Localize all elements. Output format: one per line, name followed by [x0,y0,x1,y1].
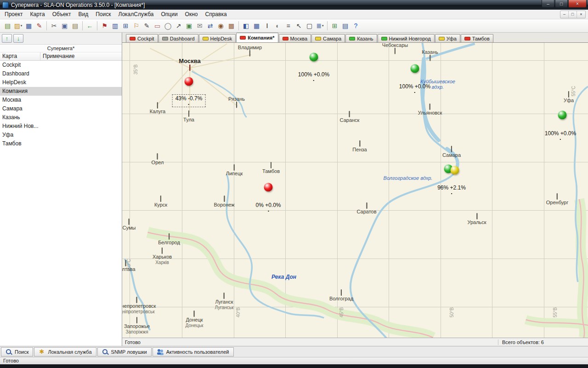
layers-button[interactable]: ≡ [283,21,294,31]
tab-Компания*[interactable]: Компания* [236,33,278,42]
bottom-tab-snmp[interactable]: SNMP ловушки [97,347,152,356]
pushpin-button[interactable]: ⚑ [99,21,110,31]
transparency-button[interactable]: ◐ [272,21,283,31]
city-Волгоград: Волгоград [329,290,353,302]
monitor-button[interactable]: ▢ [304,21,315,31]
sidebar-row-Dashboard[interactable]: Dashboard [0,69,122,78]
menubar-items: ПроектКартаОбъектВидПоискЛокалСлужбаОпци… [1,10,231,18]
menu-item-Карта[interactable]: Карта [27,10,49,18]
marker-pointer-dot [560,139,561,140]
tab-Самара[interactable]: Самара [311,34,345,42]
close-button[interactable]: × [568,0,587,8]
status-ball-green[interactable] [411,64,419,73]
panels-button[interactable]: ◧ [241,21,251,31]
menu-item-ЛокалСлужба[interactable]: ЛокалСлужба [115,10,158,18]
tab-Тамбов[interactable]: Тамбов [461,34,493,42]
grid-button[interactable]: ▦ [251,21,262,31]
status-ball-green[interactable] [310,53,318,62]
city-Владимир: Владимир [238,45,262,57]
sidebar-row-Компания[interactable]: Компания [0,87,122,96]
new-map-button[interactable]: ▤ [2,21,13,31]
tab-Cockpit[interactable]: Cockpit [126,34,158,42]
tab-Москва[interactable]: Москва [279,34,311,42]
city-Донецк: ДонецкДонецьк [186,311,204,328]
column-header-primechanie[interactable]: Примечание [40,52,122,60]
bottom-tab-service[interactable]: Локальная служба [34,347,96,356]
bottom-tab-search[interactable]: Поиск [1,347,33,356]
menu-item-Вид[interactable]: Вид [75,10,92,18]
move-down-button[interactable]: ↓ [13,34,23,43]
report-button[interactable]: ▤ [340,21,351,31]
sidebar-row-HelpDesk[interactable]: HelpDesk [0,78,122,87]
paste-button[interactable]: ▤ [70,21,80,31]
copy-icon: ▣ [62,23,68,29]
sidebar-row-Москва[interactable]: Москва [0,96,122,104]
flag-button[interactable]: ⚐ [131,21,141,31]
city-Днепропетровск: ДнепропетровскДніпропетровськ [122,297,156,315]
list-button[interactable]: ≣▾ [315,21,325,31]
tab-Казань[interactable]: Казань [345,34,377,42]
tab-Нижний Новгород[interactable]: Нижний Новгород [378,34,435,42]
menu-item-Поиск[interactable]: Поиск [92,10,114,18]
menu-item-Опции[interactable]: Опции [157,10,181,18]
pointer-button[interactable]: ↖ [294,21,304,31]
sidebar-row-Казань[interactable]: Казань [0,113,122,122]
status-ball-red[interactable] [264,183,273,192]
marker-label-nizhny-novgorod-status: 100% +0.0% [298,71,329,81]
minimize-button[interactable]: – [542,0,554,8]
mdi-restore-button[interactable]: □ [569,11,577,18]
menu-item-Объект[interactable]: Объект [49,10,75,18]
zoom-region-button[interactable]: ⊞ [120,21,131,31]
diagram-button[interactable]: ▩ [226,21,237,31]
eraser-button[interactable]: ▭ [152,21,163,31]
pencil-button[interactable]: ✎ [141,21,152,31]
back-button[interactable]: ← [85,21,95,31]
mail-button[interactable]: ✉ [194,21,205,31]
tab-Уфа[interactable]: Уфа [435,34,460,42]
ellipse-button[interactable]: ◯ [163,21,173,31]
sidebar-row-Самара[interactable]: Самара [0,104,122,113]
sidebar-row-Нижний Нов...[interactable]: Нижний Нов... [0,122,122,131]
city-dot [157,102,158,109]
dropdown-caret-icon[interactable]: ▾ [21,24,23,28]
arrow-tool-button[interactable]: ↗ [173,21,184,31]
image-button[interactable]: ▣ [184,21,194,31]
city-dot [451,146,452,152]
save-button[interactable]: ▦ [23,21,34,31]
text-style-button[interactable]: I [262,21,272,31]
chart-button[interactable]: ▥ [110,21,120,31]
tab-Dashboard[interactable]: Dashboard [158,34,198,42]
column-header-karta[interactable]: Карта [0,52,40,60]
grid-label: 55°В [553,307,558,317]
node-button[interactable]: ◉ [215,21,226,31]
mdi-close-button[interactable]: × [577,11,585,18]
copy-button[interactable]: ▣ [59,21,70,31]
sidebar-row-Cockpit[interactable]: Cockpit [0,61,122,69]
open-map-button[interactable]: ▨▾ [13,21,23,31]
design-tool-button[interactable]: ✎ [34,21,45,31]
help-button[interactable]: ? [351,21,361,31]
city-Чебоксары: Чебоксары [382,42,408,54]
cut-button[interactable]: ✂ [49,21,59,31]
status-ball-red[interactable] [185,77,193,86]
eraser-icon: ▭ [154,23,160,29]
tab-HelpDesk[interactable]: HelpDesk [199,34,236,42]
menu-item-Справка[interactable]: Справка [202,10,231,18]
city-Тула: Тула [183,111,194,123]
menu-item-Проект[interactable]: Проект [1,10,27,18]
status-ball-yellow[interactable] [451,166,459,175]
bottom-tab-users[interactable]: Активность пользователей [153,347,234,356]
menu-item-Окно[interactable]: Окно [181,10,202,18]
maximize-button[interactable]: □ [555,0,568,8]
link-button[interactable]: ⇄ [205,21,215,31]
marker-pointer-dot [313,80,314,81]
city-Казань: Казань [422,49,438,61]
sidebar-row-Тамбов[interactable]: Тамбов [0,139,122,148]
mdi-minimize-button[interactable]: – [560,11,569,18]
status-ball-green[interactable] [558,111,567,120]
dropdown-caret-icon[interactable]: ▾ [322,24,324,28]
move-up-button[interactable]: ↑ [2,34,12,43]
sidebar-row-Уфа[interactable]: Уфа [0,131,122,139]
map[interactable]: МоскваВладимирЧебоксарыКазаньРязаньКалуг… [122,42,588,338]
new-window-button[interactable]: ⊞ [329,21,340,31]
